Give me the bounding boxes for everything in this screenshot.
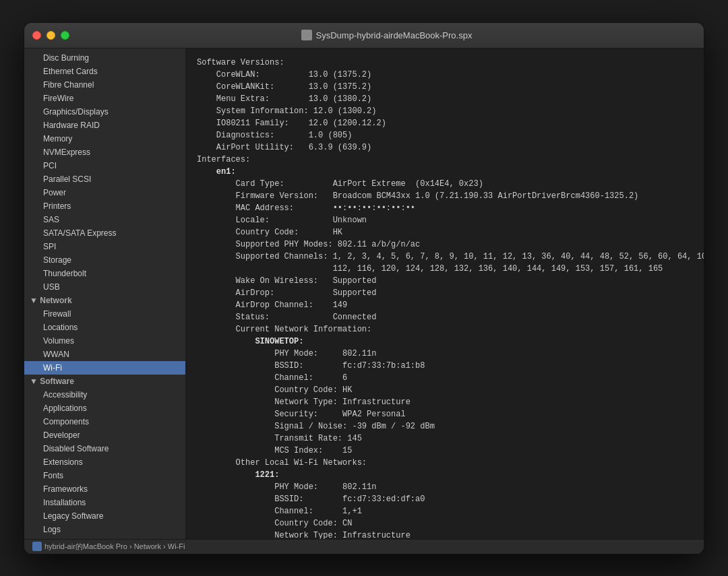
sidebar-item[interactable]: Frameworks: [24, 482, 185, 496]
sidebar-item[interactable]: Accessibility: [24, 388, 185, 402]
content-line: PHY Mode: 802.11n: [197, 481, 693, 493]
content-line: Interfaces:: [197, 154, 693, 166]
minimize-button[interactable]: [47, 31, 55, 40]
sidebar-item[interactable]: Disc Burning: [24, 51, 185, 65]
content-line: SINOWETOP:: [197, 335, 693, 348]
sidebar-item[interactable]: WWAN: [24, 348, 185, 361]
content-line: AirDrop: Supported: [197, 287, 693, 299]
close-button[interactable]: [32, 31, 41, 40]
sidebar-item[interactable]: FireWire: [24, 92, 185, 105]
main-content: Disc BurningEthernet CardsFibre ChannelF…: [24, 49, 704, 539]
content-line: Firmware Version: Broadcom BCM43xx 1.0 (…: [197, 190, 693, 202]
titlebar: SysDump-hybrid-airdeMacBook-Pro.spx: [24, 23, 704, 49]
content-line: Card Type: AirPort Extreme (0x14E4, 0x23…: [197, 178, 693, 190]
content-line: Current Network Information:: [197, 323, 693, 335]
content-line: AirPort Utility: 6.3.9 (639.9): [197, 141, 693, 154]
content-line: Network Type: Infrastructure: [197, 530, 693, 539]
content-line: Country Code: CN: [197, 517, 693, 530]
content-line: Transmit Rate: 145: [197, 433, 693, 445]
content-area[interactable]: Software Versions: CoreWLAN: 13.0 (1375.…: [186, 49, 704, 539]
content-line: Country Code: HK: [197, 226, 693, 238]
content-line: 1221:: [197, 469, 693, 481]
main-window: SysDump-hybrid-airdeMacBook-Pro.spx Disc…: [24, 22, 704, 554]
sidebar-item[interactable]: ▼ Network: [24, 294, 185, 307]
content-line: en1:: [197, 166, 693, 178]
content-line: Menu Extra: 13.0 (1380.2): [197, 93, 693, 105]
sidebar-item[interactable]: SATA/SATA Express: [24, 226, 185, 240]
sidebar-item[interactable]: Legacy Software: [24, 509, 185, 523]
content-line: CoreWLAN: 13.0 (1375.2): [197, 69, 693, 81]
content-line: Supported PHY Modes: 802.11 a/b/g/n/ac: [197, 238, 693, 251]
sidebar-item[interactable]: SPI: [24, 240, 185, 253]
content-line: System Information: 12.0 (1300.2): [197, 105, 693, 117]
sidebar-item[interactable]: Fibre Channel: [24, 78, 185, 92]
sidebar-item[interactable]: Parallel SCSI: [24, 172, 185, 186]
content-line: Other Local Wi-Fi Networks:: [197, 457, 693, 469]
sidebar-item[interactable]: Volumes: [24, 334, 185, 348]
sidebar-item[interactable]: Installations: [24, 496, 185, 509]
content-line: PHY Mode: 802.11n: [197, 348, 693, 360]
sidebar-item[interactable]: Logs: [24, 523, 185, 536]
sidebar-item[interactable]: Firewall: [24, 307, 185, 321]
content-line: Network Type: Infrastructure: [197, 396, 693, 408]
file-icon: [301, 30, 312, 40]
maximize-button[interactable]: [61, 31, 69, 40]
content-line: BSSID: fc:d7:33:7b:a1:b8: [197, 360, 693, 372]
content-line: Security: WPA2 Personal: [197, 408, 693, 420]
title-text: SysDump-hybrid-airdeMacBook-Pro.spx: [316, 30, 473, 40]
traffic-lights: [32, 31, 69, 40]
statusbar: hybrid-air的MacBook Pro › Network › Wi-Fi: [24, 539, 704, 554]
content-line: Locale: Unknown: [197, 214, 693, 226]
sidebar-item[interactable]: USB: [24, 280, 185, 294]
sidebar-item[interactable]: Locations: [24, 321, 185, 334]
sidebar-item[interactable]: SAS: [24, 213, 185, 226]
sidebar-item[interactable]: Extensions: [24, 455, 185, 469]
content-line: BSSID: fc:d7:33:ed:df:a0: [197, 493, 693, 505]
content-line: Wake On Wireless: Supported: [197, 275, 693, 287]
sidebar-item[interactable]: NVMExpress: [24, 146, 185, 159]
content-line: AirDrop Channel: 149: [197, 299, 693, 311]
sidebar-item[interactable]: Developer: [24, 428, 185, 442]
content-line: Diagnostics: 1.0 (805): [197, 129, 693, 141]
computer-icon: [32, 542, 42, 551]
statusbar-text: hybrid-air的MacBook Pro › Network › Wi-Fi: [44, 542, 185, 552]
sidebar-item[interactable]: Memory: [24, 132, 185, 146]
sidebar-item[interactable]: Applications: [24, 402, 185, 415]
content-line: Status: Connected: [197, 311, 693, 323]
content-line: Signal / Noise: -39 dBm / -92 dBm: [197, 420, 693, 433]
sidebar-item[interactable]: ▼ Software: [24, 375, 185, 388]
content-line: Country Code: HK: [197, 384, 693, 396]
content-line: IO80211 Family: 12.0 (1200.12.2): [197, 117, 693, 129]
sidebar-item[interactable]: Wi-Fi: [24, 361, 185, 375]
sidebar-item[interactable]: Storage: [24, 253, 185, 267]
sidebar-item[interactable]: Printers: [24, 199, 185, 213]
content-line: Supported Channels: 1, 2, 3, 4, 5, 6, 7,…: [197, 251, 693, 263]
content-line: Channel: 1,+1: [197, 505, 693, 517]
content-line: 112, 116, 120, 124, 128, 132, 136, 140, …: [197, 263, 693, 275]
sidebar-item[interactable]: Hardware RAID: [24, 119, 185, 132]
window-title: SysDump-hybrid-airdeMacBook-Pro.spx: [78, 30, 696, 40]
sidebar-item[interactable]: Power: [24, 186, 185, 199]
sidebar-item[interactable]: Graphics/Displays: [24, 105, 185, 119]
content-line: Channel: 6: [197, 372, 693, 384]
sidebar-item[interactable]: Ethernet Cards: [24, 65, 185, 78]
content-line: Software Versions:: [197, 57, 693, 69]
sidebar-item[interactable]: Disabled Software: [24, 442, 185, 455]
sidebar-item[interactable]: Components: [24, 415, 185, 428]
content-line: MCS Index: 15: [197, 445, 693, 457]
sidebar[interactable]: Disc BurningEthernet CardsFibre ChannelF…: [24, 49, 186, 539]
sidebar-item[interactable]: PCI: [24, 159, 185, 172]
sidebar-item[interactable]: Fonts: [24, 469, 185, 482]
sidebar-item[interactable]: Thunderbolt: [24, 267, 185, 280]
content-line: MAC Address: ••:••:••:••:••:••: [197, 202, 693, 214]
content-line: CoreWLANKit: 13.0 (1375.2): [197, 81, 693, 93]
